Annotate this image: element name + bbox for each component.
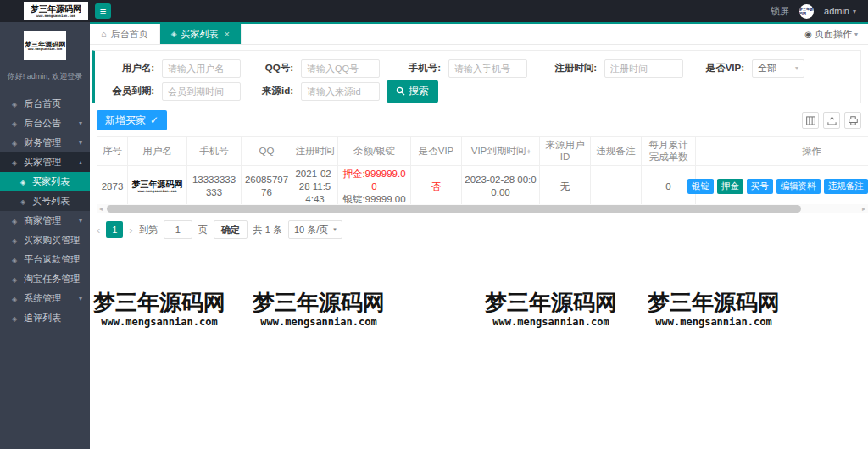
chevron-down-icon: ▾: [79, 211, 82, 230]
per-page-select[interactable]: 10 条/页 ▾: [288, 220, 342, 239]
page-operations-label: 页面操作: [815, 28, 852, 41]
cell-source-uid: 无: [540, 165, 591, 208]
horizontal-scrollbar: ◂ ▸: [97, 204, 868, 213]
search-button[interactable]: 搜索: [387, 80, 438, 103]
scroll-right-icon[interactable]: ▸: [860, 205, 868, 213]
username-input[interactable]: [162, 59, 241, 78]
sidebar-item-platform-refund-management[interactable]: ◈ 平台返款管理: [0, 250, 90, 269]
is-vip-select[interactable]: 全部 ▾: [752, 59, 804, 78]
table-toolbar: 新增买家 ✓: [97, 110, 861, 132]
page-operations-dropdown[interactable]: ◉ 页面操作 ▾: [804, 24, 858, 45]
col-header-vip-expire[interactable]: VIP到期时间▴▾: [462, 137, 540, 166]
buyer-table: 序号 用户名 手机号 QQ 注册时间 余额/银锭 是否VIP VIP到期时间▴▾…: [97, 136, 868, 208]
close-tab-icon[interactable]: ×: [225, 29, 230, 39]
add-buyer-button[interactable]: 新增买家 ✓: [97, 110, 167, 130]
export-icon: [827, 116, 837, 125]
page-unit-label: 页: [198, 224, 208, 236]
phone-input[interactable]: [448, 59, 527, 78]
main-content: ⌂ 后台首页 ◈ 买家列表 × ◉ 页面操作 ▾ 用户名: QQ号: 手机号:: [90, 22, 868, 449]
sidebar-item-label: 财务管理: [24, 137, 61, 147]
violation-note-button[interactable]: 违规备注: [824, 179, 868, 194]
sidebar-item-buy-account-list[interactable]: ◈ 买号列表: [0, 191, 90, 211]
sidebar-item-merchant-management[interactable]: ◈ 商家管理 ▾: [0, 211, 90, 230]
is-vip-label: 是否VIP:: [697, 62, 744, 75]
table-header-row: 序号 用户名 手机号 QQ 注册时间 余额/银锭 是否VIP VIP到期时间▴▾…: [97, 137, 868, 166]
table-tool-icons: [802, 112, 861, 129]
filter-username: 用户名:: [100, 59, 241, 78]
filter-qq: QQ号:: [251, 59, 380, 78]
topbar-logo: 梦三年源码网 www.mengsannian.com: [24, 2, 88, 20]
hamburger-menu-button[interactable]: ≡: [95, 3, 111, 19]
sort-icon[interactable]: ▴▾: [527, 149, 530, 155]
col-header-balance: 余额/银锭: [338, 137, 411, 166]
print-button[interactable]: [844, 112, 861, 129]
username-label: 用户名:: [100, 62, 154, 75]
col-header-monthly-done: 每月累计完成单数: [642, 137, 696, 166]
is-vip-selected-value: 全部: [758, 62, 776, 75]
lock-screen-button[interactable]: 锁屏: [771, 5, 789, 18]
sidebar-menu: ◈ 后台首页 ◈ 后台公告 ▾ ◈ 财务管理 ▾ ◈ 买家管理 ▴ ◈ 买家列表…: [0, 94, 90, 328]
scrollbar-track[interactable]: [105, 205, 860, 213]
sidebar-item-system-management[interactable]: ◈ 系统管理 ▾: [0, 289, 90, 308]
filter-columns-icon: [806, 116, 815, 125]
search-button-label: 搜索: [409, 84, 429, 98]
reg-time-input[interactable]: [604, 59, 683, 78]
current-page-button[interactable]: 1: [106, 221, 123, 238]
pagination: ‹ 1 › 到第 页 确定 共 1 条 10 条/页 ▾: [97, 220, 342, 239]
total-count-label: 共 1 条: [253, 224, 282, 236]
avatar[interactable]: 梦三年源码网: [799, 4, 814, 19]
member-expire-input[interactable]: [162, 82, 241, 101]
col-header-is-vip: 是否VIP: [411, 137, 462, 166]
reg-time-label: 注册时间:: [539, 62, 597, 75]
scrollbar-thumb[interactable]: [107, 205, 801, 213]
source-id-label: 来源id:: [251, 85, 293, 97]
filter-columns-button[interactable]: [802, 112, 819, 129]
sidebar-item-buyer-list[interactable]: ◈ 买家列表: [0, 172, 90, 191]
chevron-down-icon: ▾: [79, 114, 82, 133]
sidebar-item-label: 买家购买管理: [24, 235, 80, 245]
ingot-button[interactable]: 银锭: [687, 179, 714, 194]
hamburger-icon: ≡: [100, 5, 107, 18]
edit-profile-button[interactable]: 编辑资料: [776, 179, 821, 194]
sidebar: 梦三年源码网 www.mengsannian.com 你好! admin, 欢迎…: [0, 22, 90, 449]
sidebar-item-label: 买号列表: [32, 196, 70, 206]
goto-page-input[interactable]: [164, 220, 192, 239]
watermark: 梦三年源码网 www.mengsannian.com: [483, 291, 619, 327]
chevron-up-icon: ▴: [79, 152, 82, 172]
watermark: 梦三年源码网 www.mengsannian.com: [251, 291, 387, 327]
avatar-text: 梦三年源码网: [799, 7, 814, 15]
next-page-button[interactable]: ›: [129, 224, 132, 236]
col-header-violation: 违规备注: [591, 137, 642, 166]
sidebar-item-buyer-purchase-management[interactable]: ◈ 买家购买管理: [0, 230, 90, 250]
user-menu[interactable]: admin ▾: [824, 6, 856, 16]
buy-account-button[interactable]: 买号: [747, 179, 773, 194]
cell-phone: 13333333333: [187, 165, 242, 208]
tab-backend-home[interactable]: ⌂ 后台首页: [90, 24, 160, 44]
home-icon: ⌂: [101, 29, 107, 39]
sidebar-item-buyer-management[interactable]: ◈ 买家管理 ▴: [0, 152, 90, 172]
scroll-left-icon[interactable]: ◂: [97, 205, 105, 213]
menu-diamond-icon: ◈: [12, 257, 17, 264]
sidebar-item-backend-announcements[interactable]: ◈ 后台公告 ▾: [0, 114, 90, 133]
deposit-button[interactable]: 押金: [717, 179, 743, 194]
phone-label: 手机号:: [392, 62, 441, 75]
prev-page-button[interactable]: ‹: [97, 224, 100, 236]
search-filter-panel: 用户名: QQ号: 手机号: 注册时间: 是否VIP: 全部 ▾: [92, 50, 861, 103]
sidebar-item-review-followup-list[interactable]: ◈ 追评列表: [0, 308, 90, 328]
cell-vip-expire: 2023-02-28 00:00:00: [462, 165, 540, 208]
add-buyer-label: 新增买家: [105, 114, 146, 128]
confirm-page-button[interactable]: 确定: [214, 220, 248, 239]
cell-seq: 2873: [97, 165, 128, 208]
qq-input[interactable]: [301, 59, 380, 78]
greeting-text: 你好! admin, 欢迎登录: [0, 71, 90, 82]
col-header-phone: 手机号: [187, 137, 242, 166]
menu-diamond-icon: ◈: [12, 237, 17, 245]
sidebar-item-finance-management[interactable]: ◈ 财务管理 ▾: [0, 133, 90, 152]
sidebar-item-backend-home[interactable]: ◈ 后台首页: [0, 94, 90, 114]
sidebar-item-label: 后台首页: [24, 98, 61, 108]
menu-diamond-icon: ◈: [12, 120, 17, 128]
sidebar-item-taobao-task-management[interactable]: ◈ 淘宝任务管理: [0, 269, 90, 289]
tab-buyer-list[interactable]: ◈ 买家列表 ×: [160, 24, 242, 44]
export-button[interactable]: [823, 112, 840, 129]
source-id-input[interactable]: [301, 82, 380, 101]
